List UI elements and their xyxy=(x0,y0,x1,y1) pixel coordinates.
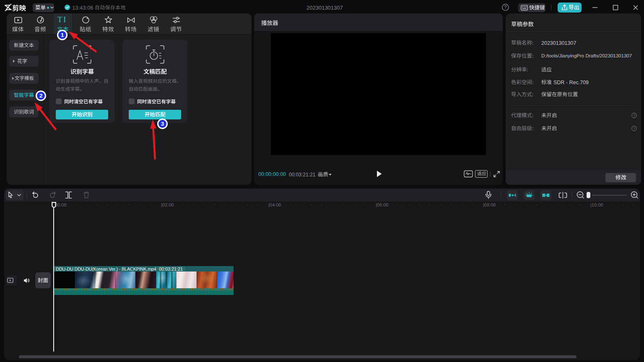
svg-text:?: ? xyxy=(504,5,507,10)
svg-text:?: ? xyxy=(633,114,635,118)
svg-text:?: ? xyxy=(633,127,635,131)
